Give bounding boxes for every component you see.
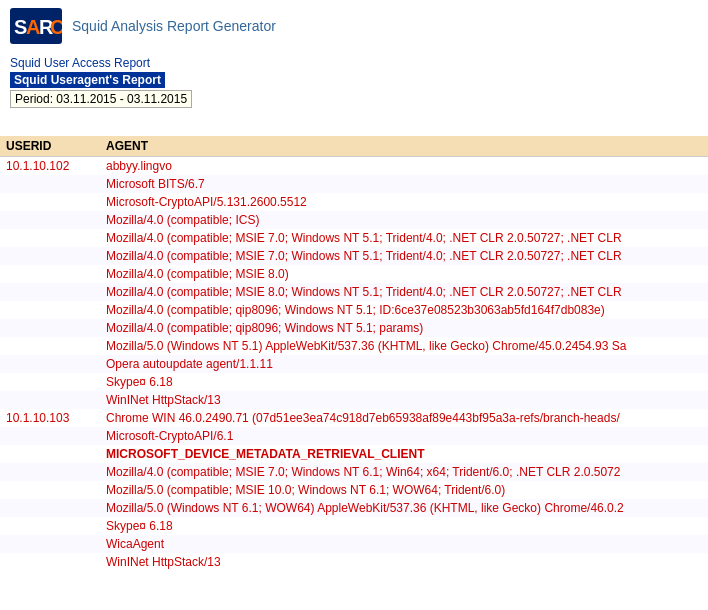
table-row: Mozilla/4.0 (compatible; MSIE 8.0) [0, 265, 708, 283]
sarc-logo: S A R C [10, 8, 62, 44]
userid-cell: 10.1.10.103 [0, 409, 100, 427]
app-title: Squid Analysis Report Generator [72, 18, 276, 34]
table-row: 10.1.10.102abbyy.lingvo [0, 157, 708, 176]
userid-cell [0, 265, 100, 283]
table-row: 10.1.10.103Chrome WIN 46.0.2490.71 (07d5… [0, 409, 708, 427]
userid-cell [0, 337, 100, 355]
userid-cell [0, 283, 100, 301]
table-container: USERID AGENT 10.1.10.102abbyy.lingvoMicr… [0, 136, 708, 571]
agent-cell: Chrome WIN 46.0.2490.71 (07d51ee3ea74c91… [100, 409, 708, 427]
period-text: Period: 03.11.2015 - 03.11.2015 [10, 90, 192, 108]
col-header-userid: USERID [0, 136, 100, 157]
agent-cell: WinINet HttpStack/13 [100, 391, 708, 409]
nav-link-user-access[interactable]: Squid User Access Report [10, 56, 150, 70]
agent-cell: Skype¤ 6.18 [100, 517, 708, 535]
userid-cell [0, 517, 100, 535]
table-row: Mozilla/4.0 (compatible; qip8096; Window… [0, 319, 708, 337]
table-header-row: USERID AGENT [0, 136, 708, 157]
agent-cell: WicaAgent [100, 535, 708, 553]
agent-cell: WinINet HttpStack/13 [100, 553, 708, 571]
table-row: Mozilla/4.0 (compatible; qip8096; Window… [0, 301, 708, 319]
table-row: Skype¤ 6.18 [0, 373, 708, 391]
agent-cell: MICROSOFT_DEVICE_METADATA_RETRIEVAL_CLIE… [100, 445, 708, 463]
userid-cell [0, 427, 100, 445]
userid-cell [0, 211, 100, 229]
col-header-agent: AGENT [100, 136, 708, 157]
nav-item-useragent[interactable]: Squid Useragent's Report [10, 72, 698, 88]
table-row: Mozilla/4.0 (compatible; MSIE 7.0; Windo… [0, 463, 708, 481]
userid-cell [0, 247, 100, 265]
agent-cell: Mozilla/4.0 (compatible; qip8096; Window… [100, 319, 708, 337]
table-row: Mozilla/5.0 (Windows NT 5.1) AppleWebKit… [0, 337, 708, 355]
agent-cell: Mozilla/4.0 (compatible; qip8096; Window… [100, 301, 708, 319]
table-row: Mozilla/5.0 (Windows NT 6.1; WOW64) Appl… [0, 499, 708, 517]
userid-cell [0, 229, 100, 247]
table-row: Mozilla/4.0 (compatible; MSIE 7.0; Windo… [0, 247, 708, 265]
userid-cell [0, 445, 100, 463]
userid-cell [0, 499, 100, 517]
table-row: Mozilla/4.0 (compatible; MSIE 8.0; Windo… [0, 283, 708, 301]
svg-text:C: C [50, 16, 62, 38]
agent-cell: Mozilla/4.0 (compatible; MSIE 8.0; Windo… [100, 283, 708, 301]
userid-cell [0, 355, 100, 373]
agent-cell: Microsoft-CryptoAPI/5.131.2600.5512 [100, 193, 708, 211]
nav-item-user-access[interactable]: Squid User Access Report [10, 56, 698, 72]
table-row: Microsoft-CryptoAPI/5.131.2600.5512 [0, 193, 708, 211]
agent-cell: Mozilla/5.0 (Windows NT 5.1) AppleWebKit… [100, 337, 708, 355]
agent-cell: Mozilla/4.0 (compatible; MSIE 7.0; Windo… [100, 463, 708, 481]
agent-cell: Opera autoupdate agent/1.1.11 [100, 355, 708, 373]
nav-link-useragent-active[interactable]: Squid Useragent's Report [10, 72, 165, 88]
userid-cell [0, 391, 100, 409]
userid-cell [0, 553, 100, 571]
table-row: Mozilla/4.0 (compatible; ICS) [0, 211, 708, 229]
agent-cell: abbyy.lingvo [100, 157, 708, 176]
agent-cell: Mozilla/4.0 (compatible; ICS) [100, 211, 708, 229]
agent-cell: Mozilla/4.0 (compatible; MSIE 7.0; Windo… [100, 229, 708, 247]
table-row: Mozilla/4.0 (compatible; MSIE 7.0; Windo… [0, 229, 708, 247]
app-header: S A R C Squid Analysis Report Generator [0, 0, 708, 52]
table-row: Microsoft BITS/6.7 [0, 175, 708, 193]
table-row: WinINet HttpStack/13 [0, 391, 708, 409]
userid-cell [0, 535, 100, 553]
userid-cell [0, 319, 100, 337]
userid-cell [0, 373, 100, 391]
agent-cell: Mozilla/4.0 (compatible; MSIE 8.0) [100, 265, 708, 283]
agent-cell: Microsoft BITS/6.7 [100, 175, 708, 193]
table-row: Opera autoupdate agent/1.1.11 [0, 355, 708, 373]
table-row: MICROSOFT_DEVICE_METADATA_RETRIEVAL_CLIE… [0, 445, 708, 463]
userid-cell [0, 481, 100, 499]
userid-cell [0, 193, 100, 211]
userid-cell: 10.1.10.102 [0, 157, 100, 176]
table-row: WinINet HttpStack/13 [0, 553, 708, 571]
useragent-table: USERID AGENT 10.1.10.102abbyy.lingvoMicr… [0, 136, 708, 571]
table-row: Mozilla/5.0 (compatible; MSIE 10.0; Wind… [0, 481, 708, 499]
userid-cell [0, 175, 100, 193]
userid-cell [0, 301, 100, 319]
nav-links: Squid User Access Report Squid Useragent… [0, 52, 708, 88]
table-row: WicaAgent [0, 535, 708, 553]
agent-cell: Mozilla/4.0 (compatible; MSIE 7.0; Windo… [100, 247, 708, 265]
period-line: Period: 03.11.2015 - 03.11.2015 [0, 88, 708, 116]
agent-cell: Mozilla/5.0 (Windows NT 6.1; WOW64) Appl… [100, 499, 708, 517]
table-row: Microsoft-CryptoAPI/6.1 [0, 427, 708, 445]
agent-cell: Mozilla/5.0 (compatible; MSIE 10.0; Wind… [100, 481, 708, 499]
userid-cell [0, 463, 100, 481]
agent-cell: Microsoft-CryptoAPI/6.1 [100, 427, 708, 445]
agent-cell: Skype¤ 6.18 [100, 373, 708, 391]
table-row: Skype¤ 6.18 [0, 517, 708, 535]
